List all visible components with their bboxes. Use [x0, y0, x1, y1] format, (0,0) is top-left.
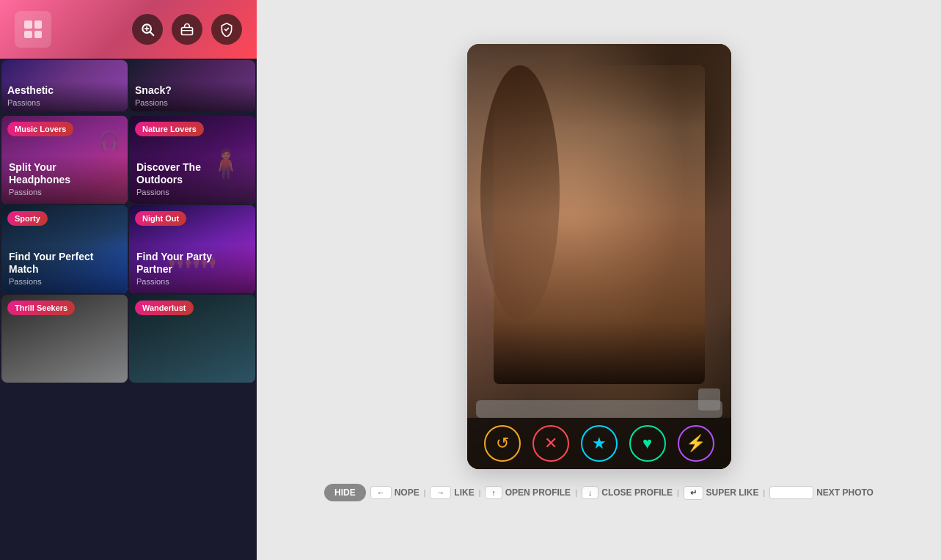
shortcut-like: → LIKE: [430, 486, 474, 499]
passion-card-aesthetic[interactable]: Aesthetic Passions: [1, 60, 128, 111]
shortcut-close-profile: ↓ CLOSE PROFILE: [582, 486, 673, 499]
badge-night-out: Night Out: [135, 211, 186, 226]
divider-3: |: [575, 489, 577, 497]
badge-nature-lovers: Nature Lovers: [135, 122, 204, 136]
passion-card-thrill-seekers[interactable]: Thrill Seekers: [1, 295, 128, 383]
logo-cell-4: [34, 31, 43, 39]
profile-thumbnail: [698, 388, 720, 410]
super-like-key: ↵: [684, 486, 703, 500]
sidebar: Aesthetic Passions Snack? Passions 🎧 Mus…: [0, 0, 257, 560]
card-title-music: Split Your Headphones: [9, 161, 120, 186]
logo-grid: [24, 21, 42, 38]
divider-1: |: [424, 489, 426, 497]
card-sub-sporty: Passions: [9, 277, 120, 286]
passion-card-sporty[interactable]: Sporty Find Your Perfect Match Passions: [1, 205, 128, 293]
card-sub-music: Passions: [9, 188, 120, 196]
header-icons: [132, 14, 242, 45]
like-button[interactable]: ★: [581, 425, 618, 462]
profile-card: ↺ ✕ ★ ♥ ⚡: [467, 44, 731, 469]
next-photo-label: NEXT PHOTO: [816, 487, 874, 498]
briefcase-icon-button[interactable]: [172, 14, 202, 45]
card-title-sporty: Find Your Perfect Match: [9, 251, 120, 276]
like-label: LIKE: [454, 487, 474, 498]
nope-key: ←: [370, 486, 392, 499]
main-content: ↺ ✕ ★ ♥ ⚡ HIDE ← NOPE | → LIKE | ↑ OPEN …: [257, 0, 941, 560]
profile-action-buttons: ↺ ✕ ★ ♥ ⚡: [467, 418, 731, 469]
hide-button[interactable]: HIDE: [324, 484, 366, 501]
passion-card-wanderlust[interactable]: Wanderlust: [129, 295, 255, 383]
shield-icon-button[interactable]: [211, 14, 242, 45]
svg-rect-4: [182, 28, 193, 35]
card-title-snack: Snack?: [135, 84, 249, 97]
sidebar-header: [0, 0, 257, 59]
logo-cell-2: [34, 21, 43, 29]
next-photo-key: [769, 486, 813, 499]
badge-wanderlust: Wanderlust: [135, 301, 194, 315]
card-sub-snack: Passions: [135, 98, 249, 107]
heart-button[interactable]: ♥: [629, 425, 666, 462]
badge-sporty: Sporty: [7, 211, 48, 226]
logo-cell-1: [24, 21, 32, 29]
card-title-night-out: Find Your Party Partner: [136, 251, 248, 276]
nope-label: NOPE: [395, 487, 420, 498]
open-profile-key: ↑: [485, 486, 502, 499]
badge-music-lovers: Music Lovers: [7, 122, 73, 136]
search-icon: [140, 22, 155, 37]
close-profile-label: CLOSE PROFILE: [601, 487, 673, 498]
shield-icon: [219, 22, 234, 37]
passion-cards-grid: 🎧 Music Lovers Split Your Headphones Pas…: [0, 114, 257, 384]
top-cards-row: Aesthetic Passions Snack? Passions: [0, 59, 257, 113]
app-logo: [15, 11, 51, 48]
card-sub-night-out: Passions: [136, 277, 248, 286]
passion-card-night-out[interactable]: 🙌🙌🙌 Night Out Find Your Party Partner Pa…: [129, 205, 255, 293]
close-profile-key: ↓: [582, 486, 599, 499]
card-sub-aesthetic: Passions: [7, 98, 122, 107]
nope-button[interactable]: ✕: [532, 425, 569, 462]
divider-2: |: [479, 489, 481, 497]
divider-4: |: [677, 489, 679, 497]
passion-card-music-lovers[interactable]: 🎧 Music Lovers Split Your Headphones Pas…: [1, 116, 128, 204]
passion-card-nature-lovers[interactable]: 🧍 Nature Lovers Discover The Outdoors Pa…: [129, 116, 255, 204]
super-like-label: SUPER LIKE: [706, 487, 759, 498]
shortcut-next-photo: NEXT PHOTO: [769, 486, 874, 499]
like-key: →: [430, 486, 451, 499]
shortcut-super-like: ↵ SUPER LIKE: [684, 486, 759, 500]
profile-name-bar: [476, 400, 722, 418]
open-profile-label: OPEN PROFILE: [505, 487, 571, 498]
logo-cell-3: [24, 31, 32, 39]
search-icon-button[interactable]: [132, 14, 163, 45]
shortcut-open-profile: ↑ OPEN PROFILE: [485, 486, 571, 499]
card-title-aesthetic: Aesthetic: [7, 84, 122, 97]
badge-thrill-seekers: Thrill Seekers: [7, 301, 75, 315]
svg-line-1: [150, 32, 154, 36]
card-sub-nature: Passions: [136, 188, 248, 196]
divider-5: |: [764, 489, 766, 497]
profile-photo: [467, 44, 731, 469]
passion-card-snack[interactable]: Snack? Passions: [129, 60, 255, 111]
shortcuts-bar: HIDE ← NOPE | → LIKE | ↑ OPEN PROFILE | …: [324, 484, 874, 501]
boost-button[interactable]: ⚡: [678, 425, 714, 462]
rewind-button[interactable]: ↺: [484, 425, 521, 462]
card-title-nature: Discover The Outdoors: [136, 161, 248, 186]
shortcut-nope: ← NOPE: [370, 486, 420, 499]
briefcase-icon: [180, 22, 194, 37]
